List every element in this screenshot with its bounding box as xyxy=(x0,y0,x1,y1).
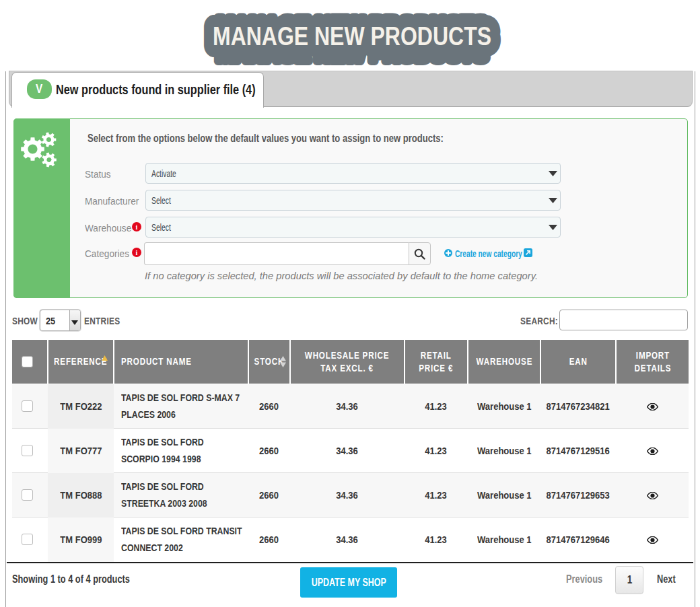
svg-text:i: i xyxy=(136,249,138,256)
svg-text:i: i xyxy=(136,223,138,231)
svg-text:MANAGE NEW PRODUCTS: MANAGE NEW PRODUCTS xyxy=(213,22,491,50)
